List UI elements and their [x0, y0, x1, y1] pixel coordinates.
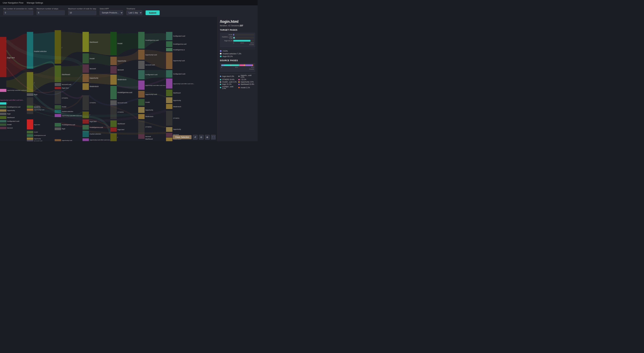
- nav-manage-settings[interactable]: Manage Settings: [27, 2, 43, 4]
- label-account-col5: /account: [145, 136, 151, 137]
- node-acc-uuid-col1[interactable]: [27, 140, 33, 141]
- max-nodes-input[interactable]: [68, 10, 96, 15]
- node-dealer2-col6[interactable]: [166, 138, 172, 141]
- node-model-gamma-col1[interactable]: [27, 134, 33, 137]
- clean-selection-button[interactable]: Clean Selection: [173, 135, 192, 139]
- label-opp-col3: /opportunity: [90, 77, 98, 79]
- node-opp-offer-col6[interactable]: [166, 78, 172, 88]
- target-bar-axis: 0 100.0 200.0: [221, 42, 254, 44]
- zoom-out-icon-btn[interactable]: ⊖: [199, 135, 204, 140]
- target-bar-track-1: [233, 37, 254, 38]
- node-account-left: [0, 127, 6, 129]
- node-opp-uuid-col6[interactable]: [166, 52, 172, 69]
- node-opp-offer-col3[interactable]: [82, 138, 89, 141]
- node-dashboard-col6[interactable]: [166, 90, 172, 96]
- node-login-col2[interactable]: [55, 128, 61, 130]
- label-mktsel-col3: /market-selection: [90, 133, 101, 135]
- node-model-col5[interactable]: [138, 99, 144, 106]
- submit-button[interactable]: Submit: [146, 10, 160, 15]
- select-app-input[interactable]: Sample Products...: [100, 10, 123, 15]
- select-app-label: Select APP: [100, 8, 123, 10]
- node-model-col2[interactable]: [55, 105, 61, 109]
- node-opp-col4[interactable]: [110, 57, 117, 65]
- label-slash-col1: /: [34, 82, 34, 84]
- node-dealer-col4[interactable]: [110, 74, 117, 85]
- target-bar-track-0: [233, 34, 254, 36]
- node-config-col5[interactable]: [138, 70, 144, 79]
- fullscreen-icon-btn[interactable]: ⛶: [211, 135, 216, 140]
- node-login-html2-col1[interactable]: [27, 120, 33, 130]
- zoom-in-icon-btn[interactable]: ⊕: [205, 135, 210, 140]
- node-opp2-col1[interactable]: [27, 138, 33, 140]
- max-steps-group: Maximum number of steps: [36, 8, 65, 15]
- max-nodes-group: Maximum number of node for step: [68, 8, 96, 15]
- node-model-col3[interactable]: [82, 53, 89, 64]
- node-others-col3[interactable]: [82, 95, 89, 110]
- node-config-col6[interactable]: [166, 32, 172, 40]
- node-others-col6[interactable]: [166, 111, 172, 126]
- node-model-col4[interactable]: [110, 32, 117, 55]
- min-connections-input[interactable]: [3, 10, 33, 15]
- node-model-gamma-col2[interactable]: [55, 123, 61, 126]
- node-opp3-col6[interactable]: [166, 127, 172, 132]
- timeframe-select[interactable]: Last 1 day: [126, 10, 142, 15]
- divider-1: [220, 49, 255, 49]
- label-modelgamma-left: /model/gamma-uuid: [7, 106, 20, 108]
- reset-icon-btn[interactable]: ↺: [193, 135, 198, 140]
- flow-3-4-dash: [89, 34, 110, 55]
- node-opp-uuid-col2[interactable]: [55, 139, 61, 141]
- node-opp-uuid-col5[interactable]: [138, 50, 144, 60]
- label-opp3-col6: /opportunity: [173, 128, 181, 130]
- node-opp-uuid-col1[interactable]: [27, 109, 33, 111]
- label-modelgamma-col4: /model/gamma-uuid: [118, 92, 132, 94]
- node-model-gamma-col4[interactable]: [110, 86, 117, 99]
- label-dealer-col6: /dealerstock: [173, 106, 181, 108]
- node-model-gamma-ui-col6[interactable]: [166, 48, 172, 51]
- node-model-gamma-col6[interactable]: [166, 41, 172, 47]
- src-dot-login: [220, 84, 221, 85]
- node-acc-uuid-col2[interactable]: [55, 83, 61, 86]
- node-login-html-col2[interactable]: [55, 87, 61, 89]
- node-acc-uuid-col5[interactable]: [138, 61, 144, 69]
- node-opp2-col6[interactable]: [166, 97, 172, 103]
- node-slash-col4[interactable]: [110, 133, 117, 141]
- src-dot-config: [220, 87, 221, 88]
- legend-item-slash: / 8.0%: [220, 50, 255, 52]
- src-axis-label: Counts: [221, 68, 254, 70]
- src-legend-login: /login 21.1%: [220, 83, 237, 85]
- max-steps-input[interactable]: [36, 10, 65, 15]
- label-slash-col4: /: [118, 136, 118, 138]
- node-login-html-col0[interactable]: [0, 37, 6, 77]
- src-dot-slash: [238, 79, 240, 80]
- node-account-col4[interactable]: [110, 66, 117, 74]
- node-model-gamma-col5[interactable]: [138, 32, 144, 49]
- label-oppoffer-col2: /opportunity/:uuid:/offer/:uuid:/vers...: [62, 115, 83, 116]
- node-login-col1[interactable]: [27, 93, 33, 96]
- node-dealer-col6[interactable]: [166, 104, 172, 109]
- node-model-col1[interactable]: [27, 131, 33, 134]
- node-dealer-col3[interactable]: [82, 83, 89, 90]
- node-account-col5[interactable]: [138, 134, 144, 139]
- legend-item-login: /login 83.1%: [220, 55, 255, 57]
- label-opp-left: /opportunity/:uuid:/offer/:uuid:/vers...: [0, 99, 24, 101]
- node-config2-col6[interactable]: [166, 70, 172, 78]
- node-login-html-col4[interactable]: [110, 128, 117, 132]
- node-account-col3[interactable]: [82, 64, 89, 73]
- label-oppoffer-col5: /opportunity/:uuid:/offer/:uuid:/vers...: [145, 85, 166, 86]
- nav-user-flow[interactable]: User Navigation Flow: [3, 2, 24, 4]
- min-connections-label: Min number of connection b.t. nodes: [3, 8, 33, 10]
- label-opp-col4: /opportunity: [118, 60, 126, 62]
- src-dot-others: [220, 79, 221, 80]
- iteration-info: Iteration: #2 Sessions:237: [220, 24, 255, 27]
- node-account-col6[interactable]: [166, 133, 172, 137]
- label-opp2-col5: /opportunity: [145, 109, 153, 111]
- node-opp-col0[interactable]: [0, 89, 6, 92]
- label-others-col5: OTHERS: [145, 126, 152, 128]
- node-opp2-col5[interactable]: [138, 107, 144, 113]
- target-legend: / 8.0% /market-selection 7.2% /login 83.…: [220, 50, 255, 57]
- source-pages-title: SOURCE PAGES: [220, 59, 255, 62]
- node-dashboard-col3[interactable]: [82, 32, 89, 52]
- node-market-sel-col1[interactable]: [27, 32, 33, 69]
- label-slash-col2: /: [62, 47, 62, 49]
- label-dashboard-col5: /dashboard: [145, 138, 153, 140]
